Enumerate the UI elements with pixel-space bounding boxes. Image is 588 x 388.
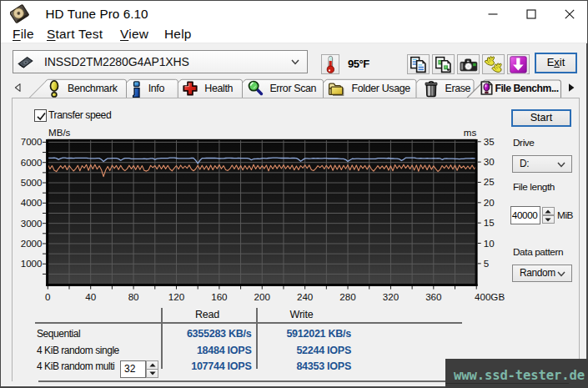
y-right-tick-label: 20 (484, 197, 495, 208)
copy-text-button[interactable] (407, 54, 430, 74)
temperature-button[interactable] (321, 54, 339, 74)
thread-count-value: 32 (124, 361, 135, 377)
x-tick-label: 360 (425, 291, 441, 302)
tab-scroll-left-button[interactable] (13, 83, 22, 93)
app-window: HD Tune Pro 6.10 File Start Test View He… (0, 0, 588, 388)
thread-count-stepper (146, 360, 158, 378)
bulb-icon (49, 80, 59, 98)
x-tick-label: 80 (128, 291, 139, 302)
read-column-header: Read (195, 309, 219, 320)
write-column-header: Write (290, 309, 314, 320)
temperature-value: 95°F (348, 54, 369, 74)
write-value: 52244 IOPS (296, 345, 351, 356)
data-pattern-label: Data pattern (513, 246, 563, 258)
camera-icon (460, 57, 478, 73)
copy-text-icon (410, 56, 427, 73)
tab-health[interactable]: Health (204, 83, 233, 94)
x-tick-label: 0 (45, 291, 50, 302)
drive-select-value: D: (520, 156, 529, 172)
tab-info[interactable]: Info (148, 83, 164, 94)
menu-start-test[interactable]: Start Test (47, 27, 103, 43)
chevron-down-icon (557, 162, 565, 168)
file-bulb-icon (480, 81, 493, 95)
x-tick-label: 160 (211, 291, 227, 302)
watermark-text: www.ssd-tester.de (454, 368, 585, 383)
write-value: 5912021 KB/s (286, 328, 351, 340)
file-length-value: 40000 (512, 207, 538, 224)
tab-erase[interactable]: Erase (445, 83, 471, 94)
transfer-speed-label: Transfer speed (48, 109, 111, 123)
x-tick-label: 40 (85, 291, 96, 302)
tab-error-scan[interactable]: Error Scan (269, 83, 316, 94)
menu-file[interactable]: File (13, 27, 34, 43)
file-length-label: File length (513, 181, 555, 193)
close-button[interactable] (550, 1, 588, 27)
results-divider (161, 308, 162, 369)
health-icon (183, 81, 198, 96)
y-left-tick-label: 4000 (21, 197, 43, 208)
y-right-tick-label: 30 (484, 156, 495, 167)
download-icon (509, 55, 528, 74)
app-logo-icon (10, 4, 29, 23)
y-right-tick-label: 5 (484, 258, 489, 269)
chevron-down-icon (291, 59, 299, 65)
drive-select[interactable]: D: (512, 155, 572, 173)
thread-count-down-button[interactable] (146, 369, 158, 378)
window-title: HD Tune Pro 6.10 (46, 1, 148, 27)
x-max-label: 400GB (475, 291, 505, 302)
x-tick-label: 240 (297, 291, 313, 302)
exit-button[interactable]: Exit (535, 53, 577, 73)
magnifier-icon (248, 80, 264, 96)
device-select[interactable]: INSSD2TM2280G4AP1XHS (13, 50, 308, 73)
file-length-input[interactable]: 40000 (510, 206, 540, 224)
tab-benchmark[interactable]: Benchmark (68, 83, 118, 94)
close-icon (565, 9, 575, 19)
y-left-tick-label: 6000 (21, 157, 43, 168)
arrow-down-icon (545, 218, 551, 222)
y-left-tick-label: 7000 (21, 136, 43, 147)
tab-folder-usage[interactable]: Folder Usage (352, 83, 410, 94)
read-value: 107744 IOPS (191, 360, 251, 372)
y-right-unit-label: ms (464, 127, 477, 138)
menu-bar: File Start Test View Help (1, 27, 587, 43)
y-left-tick-label: 1000 (21, 258, 43, 269)
save-button[interactable] (507, 54, 530, 74)
y-right-tick-label: 25 (484, 176, 495, 187)
maximize-button[interactable] (512, 1, 550, 27)
x-tick-label: 280 (339, 291, 355, 302)
tab-file-benchm[interactable]: File Benchm... (495, 83, 558, 94)
donate-button[interactable] (482, 54, 505, 74)
read-value: 18484 IOPS (197, 345, 252, 356)
copy-image-icon (435, 56, 452, 73)
menu-separator (1, 43, 587, 43)
minimize-button[interactable] (474, 1, 512, 27)
arrow-up-icon (545, 209, 551, 214)
start-button[interactable]: Start (511, 109, 571, 127)
y-left-tick-label: 3000 (21, 218, 43, 229)
folder-icon (328, 81, 345, 96)
drive-label: Drive (513, 137, 535, 149)
trash-icon (424, 80, 439, 98)
file-length-up-button[interactable] (542, 207, 555, 215)
minimize-icon (488, 9, 498, 19)
y-right-tick-label: 15 (484, 217, 495, 228)
transfer-speed-checkbox[interactable] (34, 109, 47, 122)
copy-image-button[interactable] (432, 54, 455, 74)
y-left-unit-label: MB/s (48, 127, 71, 138)
result-row-label: 4 KiB random multi (37, 360, 114, 372)
thread-count-input[interactable]: 32 (120, 360, 146, 378)
menu-help[interactable]: Help (164, 27, 192, 43)
menu-view[interactable]: View (120, 27, 148, 43)
tab-scroll-right-button[interactable] (567, 83, 575, 93)
results-bottom-rule (38, 380, 462, 381)
benchmark-chart: 1000200030004000500060007000040801201602… (13, 124, 530, 305)
results-header-rule (35, 322, 462, 324)
screenshot-button[interactable] (457, 54, 480, 74)
arrow-up-icon (149, 363, 156, 367)
file-length-down-button[interactable] (542, 215, 555, 224)
y-right-tick-label: 35 (484, 136, 495, 147)
device-select-value: INSSD2TM2280G4AP1XHS (44, 51, 189, 73)
read-value: 6355283 KB/s (187, 328, 252, 340)
data-pattern-select[interactable]: Random (512, 265, 572, 282)
x-tick-label: 120 (168, 291, 184, 302)
